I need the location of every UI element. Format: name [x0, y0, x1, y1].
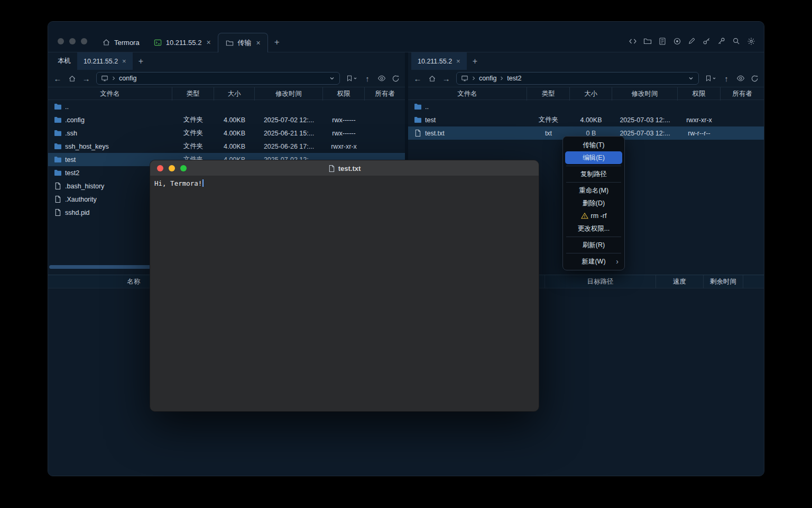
path-field[interactable]: config [96, 72, 340, 85]
close-tab-icon[interactable]: × [256, 39, 261, 47]
breadcrumb-segment[interactable]: config [119, 75, 136, 82]
editor-title: test.txt [150, 160, 539, 176]
file-type: 文件夹 [172, 129, 214, 138]
settings-gear-icon[interactable] [746, 37, 755, 46]
refresh-button[interactable] [392, 75, 400, 83]
column-filename[interactable]: 文件名 [48, 87, 172, 101]
context-menu-item[interactable]: rm -rf [565, 210, 622, 222]
menu-separator [566, 237, 621, 237]
column-size[interactable]: 大小 [214, 87, 255, 101]
file-row[interactable]: .config文件夹4.00KB2025-07-02 12:...rwx----… [48, 113, 405, 126]
folder-icon [53, 143, 62, 150]
tab-local[interactable]: 本机 [51, 52, 77, 70]
tab-host[interactable]: 10.211.55.2 × [411, 52, 467, 70]
column-speed[interactable]: 速度 [656, 275, 704, 288]
column-owner[interactable]: 所有者 [365, 87, 405, 101]
file-name: .Xauthority [65, 196, 97, 203]
column-type[interactable]: 类型 [172, 87, 214, 101]
context-menu-item[interactable]: 删除(D) [565, 197, 622, 210]
column-target-path[interactable]: 目标路径 [545, 275, 656, 288]
log-icon[interactable] [658, 37, 667, 46]
column-filename[interactable]: 文件名 [408, 87, 527, 101]
editor-titlebar[interactable]: test.txt [150, 160, 539, 176]
close-button[interactable] [58, 38, 64, 44]
context-menu-item[interactable]: 更改权限... [565, 222, 622, 235]
column-size[interactable]: 大小 [570, 87, 612, 101]
key-icon[interactable] [702, 37, 711, 46]
zoom-button[interactable] [81, 38, 87, 44]
file-row[interactable]: ssh_host_keys文件夹4.00KB2025-06-26 17:...r… [48, 140, 405, 153]
file-row[interactable]: .. [48, 100, 405, 113]
folder-icon[interactable] [643, 37, 652, 46]
column-perms[interactable]: 权限 [323, 87, 365, 101]
tab-termora-home[interactable]: Termora [95, 33, 146, 52]
file-size: 4.00KB [214, 143, 255, 150]
tab-label: Termora [114, 39, 140, 47]
left-path-bar: ← → config ↑ [48, 70, 405, 87]
forward-button[interactable]: → [82, 75, 90, 83]
file-type: 文件夹 [527, 115, 570, 124]
context-menu-item[interactable]: 传输(T) [565, 139, 622, 151]
column-remaining-time[interactable]: 剩余时间 [704, 275, 743, 288]
home-button[interactable] [428, 75, 436, 83]
file-row[interactable]: .ssh文件夹4.00KB2025-06-21 15:...rwx------ [48, 126, 405, 140]
menu-item-label: 传输(T) [583, 141, 605, 150]
bookmark-button[interactable] [705, 75, 716, 82]
home-button[interactable] [68, 75, 76, 83]
edit-icon[interactable] [687, 37, 696, 46]
screen: Termora 10.211.55.2 × 传输 × + [0, 0, 812, 508]
new-tab-button[interactable]: + [467, 52, 483, 70]
show-hidden-eye-icon[interactable] [377, 74, 386, 83]
file-perms: rwx------ [323, 116, 365, 124]
file-row[interactable]: .. [408, 100, 764, 113]
breadcrumb-segment[interactable]: test2 [507, 75, 521, 82]
editor-content[interactable]: Hi, Termora! [150, 176, 539, 411]
new-tab-button[interactable]: + [268, 33, 286, 52]
column-type[interactable]: 类型 [527, 87, 570, 101]
column-mtime[interactable]: 修改时间 [612, 87, 678, 101]
breadcrumb-separator-icon [111, 76, 116, 81]
path-field[interactable]: config test2 [456, 72, 699, 85]
right-file-list: ..test文件夹4.00KB2025-07-03 12:...rwxr-xr-… [408, 100, 764, 140]
chevron-down-icon[interactable] [329, 75, 335, 81]
close-tab-icon[interactable]: × [206, 38, 210, 47]
file-name: .ssh [65, 130, 77, 137]
toolbar [628, 37, 755, 46]
search-icon[interactable] [732, 37, 741, 46]
context-menu-item[interactable]: 重命名(M) [565, 184, 622, 197]
column-perms[interactable]: 权限 [678, 87, 721, 101]
macro-record-icon[interactable] [672, 37, 681, 46]
close-tab-icon[interactable]: × [456, 57, 460, 65]
file-name-cell: .config [48, 116, 172, 124]
upload-button[interactable]: ↑ [722, 75, 731, 83]
tab-host[interactable]: 10.211.55.2 × [146, 33, 218, 52]
bookmark-button[interactable] [346, 75, 357, 82]
close-tab-icon[interactable]: × [122, 57, 126, 65]
submenu-arrow-icon: › [616, 258, 619, 265]
refresh-button[interactable] [751, 75, 759, 83]
context-menu-item[interactable]: 新建(W)› [565, 255, 622, 268]
code-snippet-icon[interactable] [628, 37, 637, 46]
minimize-button[interactable] [69, 38, 76, 44]
tab-transfer[interactable]: 传输 × [218, 33, 268, 52]
context-menu-item[interactable]: 刷新(R) [565, 239, 622, 251]
column-owner[interactable]: 所有者 [721, 87, 764, 101]
back-button[interactable]: ← [53, 75, 62, 83]
context-menu-item[interactable]: 复制路径 [565, 168, 622, 180]
keychain-icon[interactable] [717, 37, 726, 46]
file-mtime: 2025-07-03 12:... [612, 116, 678, 124]
right-table-header: 文件名 类型 大小 修改时间 权限 所有者 [408, 87, 764, 100]
upload-button[interactable]: ↑ [363, 75, 372, 83]
back-button[interactable]: ← [413, 75, 422, 83]
show-hidden-eye-icon[interactable] [736, 74, 745, 83]
chevron-down-icon[interactable] [688, 75, 694, 81]
context-menu-item[interactable]: 编辑(E) [565, 151, 622, 164]
file-row[interactable]: test文件夹4.00KB2025-07-03 12:...rwxr-xr-x [408, 113, 764, 126]
breadcrumb-segment[interactable]: config [479, 75, 496, 82]
computer-icon [461, 75, 468, 82]
new-tab-button[interactable]: + [133, 52, 149, 70]
forward-button[interactable]: → [442, 75, 450, 83]
tab-host[interactable]: 10.211.55.2 × [77, 52, 133, 70]
column-mtime[interactable]: 修改时间 [255, 87, 323, 101]
file-icon [328, 165, 335, 173]
